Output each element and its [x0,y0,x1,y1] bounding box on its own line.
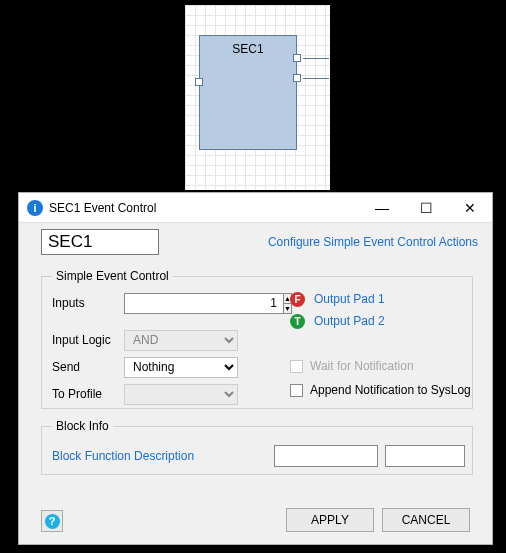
block-input-port[interactable] [195,78,203,86]
maximize-button[interactable]: ☐ [404,193,448,223]
true-pad-icon: T [290,314,305,329]
cancel-button[interactable]: CANCEL [382,508,470,532]
help-icon: ? [45,514,60,529]
send-select[interactable]: Nothing [124,357,238,378]
event-control-dialog: i SEC1 Event Control — ☐ ✕ Configure Sim… [18,192,493,545]
inputs-spinner[interactable]: ▲ ▼ [124,293,238,314]
input-logic-select: AND [124,330,238,351]
output-pad-2-link[interactable]: Output Pad 2 [314,314,385,328]
wait-notification-row: Wait for Notification [290,359,414,373]
input-logic-label: Input Logic [52,333,124,347]
inputs-value-field[interactable] [124,293,283,314]
help-button[interactable]: ? [41,510,63,532]
apply-button[interactable]: APPLY [286,508,374,532]
output-pad-1-link[interactable]: Output Pad 1 [314,292,385,306]
append-syslog-checkbox[interactable] [290,384,303,397]
sec-legend: Simple Event Control [52,269,173,283]
simple-event-control-group: Simple Event Control Inputs ▲ ▼ Input Lo… [41,269,473,409]
false-pad-icon: F [290,292,305,307]
diagram-canvas: SEC1 [185,5,330,190]
send-label: Send [52,360,124,374]
block-info-field-2[interactable] [385,445,465,467]
block-node-sec1[interactable]: SEC1 [199,35,297,150]
to-profile-label: To Profile [52,387,124,401]
block-output-port-2[interactable] [293,74,301,82]
wait-notification-label: Wait for Notification [310,359,414,373]
configure-actions-link[interactable]: Configure Simple Event Control Actions [268,235,478,249]
block-output-port-1[interactable] [293,54,301,62]
to-profile-select [124,384,238,405]
block-info-legend: Block Info [52,419,113,433]
inputs-row: Inputs ▲ ▼ [52,291,462,315]
wire-output-1 [303,58,329,59]
dialog-titlebar: i SEC1 Event Control — ☐ ✕ [19,193,492,223]
block-info-field-1[interactable] [274,445,378,467]
minimize-button[interactable]: — [360,193,404,223]
output-pad-2-row: T Output Pad 2 [290,311,385,331]
close-button[interactable]: ✕ [448,193,492,223]
output-pad-1-row: F Output Pad 1 [290,289,385,309]
wire-output-2 [303,78,329,79]
output-pads: F Output Pad 1 T Output Pad 2 [290,289,385,333]
info-icon: i [27,200,43,216]
block-function-description-link[interactable]: Block Function Description [52,449,194,463]
block-info-group: Block Info Block Function Description [41,419,473,475]
append-syslog-row: Append Notification to SysLog [290,383,471,397]
dialog-body: Configure Simple Event Control Actions S… [19,223,492,544]
inputs-label: Inputs [52,296,124,310]
dialog-title: SEC1 Event Control [49,201,360,215]
block-name-input[interactable] [41,229,159,255]
input-logic-row: Input Logic AND [52,328,462,352]
append-syslog-label: Append Notification to SysLog [310,383,471,397]
block-node-label: SEC1 [200,42,296,56]
wait-notification-checkbox [290,360,303,373]
